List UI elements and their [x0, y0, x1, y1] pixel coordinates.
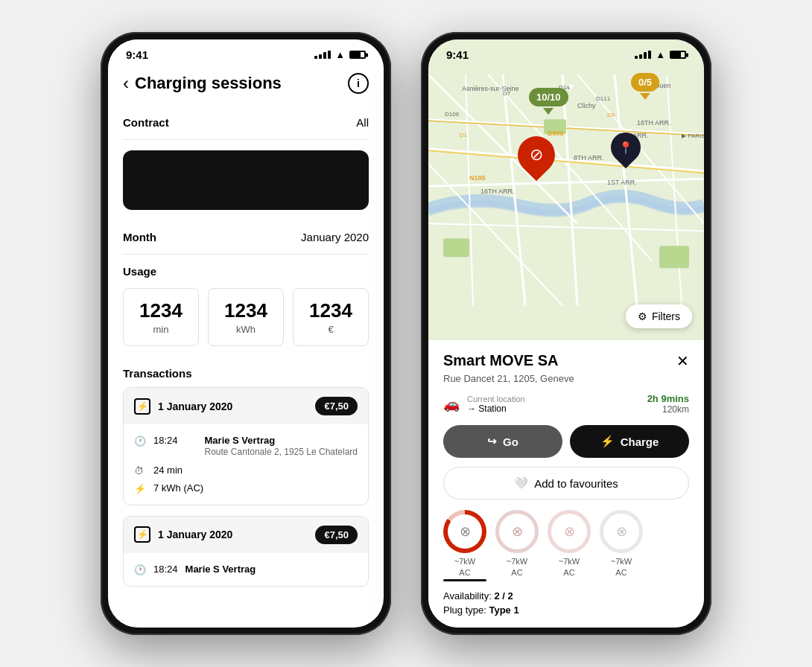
map-pin-navy[interactable]: 📍	[611, 133, 641, 162]
charger-underline-1	[443, 579, 486, 581]
plug-value: Type 1	[489, 604, 518, 616]
usage-section: Usage 1234 min 1234 kWh 1234 €	[123, 255, 369, 357]
charge-button[interactable]: ⚡ Charge	[570, 425, 689, 458]
distance-time: 2h 9mins	[647, 393, 689, 404]
usage-value-min: 1234	[133, 299, 189, 322]
charger-item-2[interactable]: ⊗ ~7kW AC	[495, 510, 539, 581]
usage-item-eur: 1234 €	[293, 288, 369, 346]
location-info: Current location → Station	[467, 395, 525, 414]
action-buttons: ↪ Go ⚡ Charge	[443, 425, 689, 458]
transaction-card-1[interactable]: ⚡ 1 January 2020 €7,50 🕐 18:24 Marie S V…	[123, 387, 369, 505]
station-name: Smart MOVE SA	[443, 352, 558, 369]
signal-bar-2-3	[644, 52, 647, 59]
go-label: Go	[503, 435, 518, 448]
transaction-date-2: 1 January 2020	[158, 529, 232, 540]
transaction-date-row-2: ⚡ 1 January 2020	[134, 526, 232, 543]
charger-label-3: ~7kW AC	[559, 556, 580, 578]
filters-label: Filters	[652, 310, 680, 322]
charger-icon-3: ⊗	[564, 523, 575, 540]
svg-text:1ST ARR.: 1ST ARR.	[607, 179, 637, 186]
location-row: 🚗 Current location → Station 2h 9mins 12…	[443, 393, 689, 415]
contract-row: Contract All	[123, 106, 369, 140]
charger-item-1[interactable]: ⊗ ~7kW AC	[443, 510, 486, 581]
location-title: Current location	[467, 395, 525, 403]
info-button[interactable]: i	[348, 73, 369, 94]
svg-text:N185: N185	[469, 174, 486, 182]
detail-time-2: 18:24	[153, 564, 178, 575]
charge-label: Charge	[621, 435, 659, 448]
signal-bars-2	[635, 51, 651, 59]
svg-text:D111: D111	[596, 95, 611, 102]
clock-icon-2: 🕐	[134, 564, 146, 575]
close-button[interactable]: ✕	[676, 352, 689, 370]
usage-unit-eur: €	[302, 324, 359, 335]
detail-name-2: Marie S Vertrag	[185, 564, 256, 575]
location-left: 🚗 Current location → Station	[443, 395, 525, 414]
detail-time: 18:24	[153, 435, 178, 446]
map-area[interactable]: Asnières-sur-Seine Saint-Ouen Clichy 9TH…	[428, 39, 704, 340]
svg-rect-18	[443, 238, 469, 257]
back-button[interactable]: ‹	[123, 73, 129, 94]
filters-button[interactable]: ⚙ Filters	[626, 304, 692, 328]
svg-text:8TH ARR.: 8TH ARR.	[574, 154, 604, 162]
phone-1-screen: 9:41 ▲ ‹ Cha	[108, 39, 384, 628]
go-icon: ↪	[487, 435, 497, 448]
signal-bar-2	[319, 54, 322, 59]
detail-energy: 7 kWh (AC)	[153, 482, 203, 494]
month-label: Month	[123, 231, 156, 243]
detail-addr-1: Route Cantonale 2, 1925 Le Chatelard	[205, 446, 358, 459]
transactions-label: Transactions	[123, 357, 369, 387]
charger-item-3[interactable]: ⊗ ~7kW AC	[548, 510, 591, 581]
transaction-card-2[interactable]: ⚡ 1 January 2020 €7,50 🕐 18:24 Marie S V…	[123, 516, 369, 587]
station-panel: Smart MOVE SA ✕ Rue Dancet 21, 1205, Gen…	[428, 340, 704, 628]
phones-container: 9:41 ▲ ‹ Cha	[71, 2, 741, 665]
detail-duration: 24 min	[153, 465, 183, 476]
location-right: 2h 9mins 120km	[647, 393, 689, 415]
svg-text:▶ PARIS: ▶ PARIS	[682, 133, 704, 139]
energy-icon: ⚡	[134, 483, 146, 494]
battery-fill-2	[671, 52, 681, 57]
wifi-icon-1: ▲	[335, 49, 345, 60]
charger-item-4[interactable]: ⊗ ~7kW AC	[600, 510, 643, 581]
chart-card	[123, 150, 369, 210]
usage-value-eur: 1234	[302, 299, 359, 322]
fav-heart-icon: 🤍	[514, 476, 528, 490]
month-value: January 2020	[301, 231, 369, 243]
filters-icon: ⚙	[638, 310, 647, 322]
svg-rect-17	[659, 246, 689, 268]
month-row: Month January 2020	[123, 220, 369, 255]
signal-bar-3	[323, 52, 326, 59]
usage-value-kwh: 1234	[218, 299, 274, 322]
signal-bar-1	[314, 56, 317, 59]
charger-icon-1: ⊗	[460, 523, 471, 540]
go-button[interactable]: ↪ Go	[443, 425, 562, 458]
status-icons-1: ▲	[314, 49, 366, 60]
usage-grid: 1234 min 1234 kWh 1234 €	[123, 288, 369, 346]
transaction-date-1: 1 January 2020	[158, 400, 232, 412]
map-pin-red[interactable]: ⊘	[518, 136, 555, 173]
detail-energy-row: ⚡ 7 kWh (AC)	[134, 479, 358, 497]
availability-row: Availability: 2 / 2	[443, 590, 689, 601]
add-to-favourites-button[interactable]: 🤍 Add to favourites	[443, 467, 689, 500]
status-bar-2: 9:41 ▲	[428, 39, 704, 66]
map-pin-green[interactable]: 10/10 ♥	[529, 88, 568, 115]
battery-icon-1	[349, 51, 366, 59]
car-icon: 🚗	[443, 396, 460, 412]
app1-header: ‹ Charging sessions i	[108, 66, 384, 106]
wifi-icon-2: ▲	[656, 49, 665, 60]
usage-unit-kwh: kWh	[218, 324, 274, 335]
availability-value: 2 / 2	[494, 590, 513, 601]
transaction-header-1: ⚡ 1 January 2020 €7,50	[124, 388, 368, 424]
panel-header: Smart MOVE SA ✕	[443, 352, 689, 370]
phone-2-screen: 9:41 ▲	[428, 39, 704, 628]
app1-body: Contract All Month January 2020 Usage 12…	[108, 106, 384, 628]
map-pin-yellow[interactable]: 0/5	[631, 73, 659, 100]
battery-fill-1	[351, 52, 361, 57]
usage-unit-min: min	[133, 324, 189, 335]
status-time-1: 9:41	[126, 48, 148, 61]
map-svg: Asnières-sur-Seine Saint-Ouen Clichy 9TH…	[428, 39, 704, 340]
charger-label-2: ~7kW AC	[507, 556, 527, 578]
signal-bar-2-4	[648, 51, 651, 59]
charge-icon: ⚡	[600, 435, 615, 448]
transaction-details-1: 🕐 18:24 Marie S Vertrag Route Cantonale …	[124, 424, 368, 505]
